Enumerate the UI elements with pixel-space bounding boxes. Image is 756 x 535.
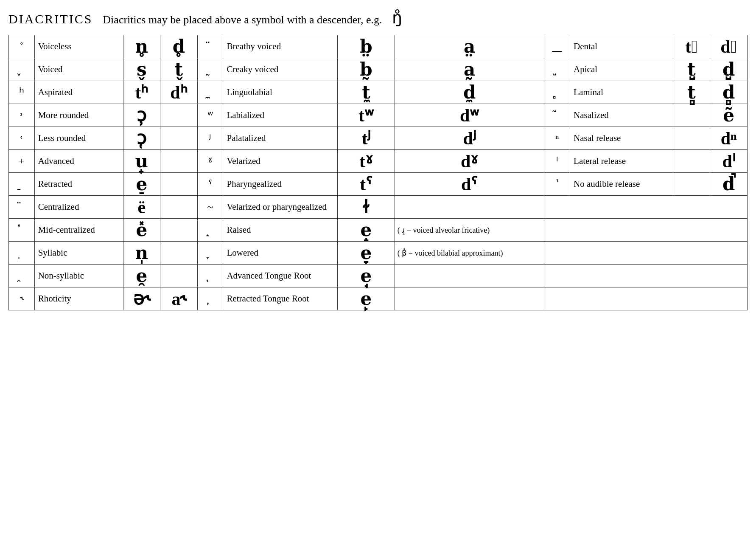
left-sym: ˚ xyxy=(9,35,35,58)
mid-term: Velarized xyxy=(223,150,338,173)
right-sym: ˺ xyxy=(544,173,570,196)
left-sym: ˓ xyxy=(9,127,35,150)
left-ipa2 xyxy=(160,242,198,265)
left-ipa2 xyxy=(160,196,198,219)
right-ipa2: d͆ xyxy=(710,35,748,58)
table-row: ˚ Voiceless n̥ d̥ ̈ Breathy voiced b̤ a̤… xyxy=(9,35,748,58)
mid-sym: ʲ xyxy=(197,127,223,150)
mid-ipa1: tʲ xyxy=(338,127,395,150)
left-ipa2 xyxy=(160,219,198,242)
table-row: ˒ More rounded ɔ̹ ʷ Labialized tʷ dʷ ̃ N… xyxy=(9,104,748,127)
left-sym: ̽ xyxy=(9,219,35,242)
left-ipa2: a˞ xyxy=(160,287,198,310)
table-row: ̽ Mid-centralized e̽ ̝ Raised e̝ ( ɹ̝ = … xyxy=(9,219,748,242)
right-ipa1: t̺ xyxy=(673,58,710,81)
left-ipa1: ë xyxy=(123,196,160,219)
left-ipa1: e̯ xyxy=(123,265,160,287)
left-ipa1: n̩ xyxy=(123,242,160,265)
left-ipa2: dʰ xyxy=(160,81,198,104)
left-sym: ˞ xyxy=(9,287,35,310)
mid-ipa1: t̼ xyxy=(338,81,395,104)
left-ipa2: d̥ xyxy=(160,35,198,58)
mid-ipa1: b̰ xyxy=(338,58,395,81)
right-ipa1: t͆ xyxy=(673,35,710,58)
mid-ipa1: e̙ xyxy=(338,287,395,310)
left-ipa2 xyxy=(160,127,198,150)
mid-ipa2: dʲ xyxy=(395,127,544,150)
mid-sym: ˤ xyxy=(197,173,223,196)
left-term: Voiceless xyxy=(34,35,123,58)
left-term: Advanced xyxy=(34,150,123,173)
mid-term: Advanced Tongue Root xyxy=(223,265,338,287)
right-sym: ̻ xyxy=(544,81,570,104)
mid-ipa2: dˠ xyxy=(395,150,544,173)
table-row: + Advanced u̟ ˠ Velarized tˠ dˠ ˡ Latera… xyxy=(9,150,748,173)
header: DIACRITICS Diacritics may be placed abov… xyxy=(8,8,748,27)
left-term: Voiced xyxy=(34,58,123,81)
mid-term: Lowered xyxy=(223,242,338,265)
left-sym: ̱ xyxy=(9,173,35,196)
table-row: ʰ Aspirated tʰ dʰ ̼ Linguolabial t̼ d̼ ̻… xyxy=(9,81,748,104)
right-ipa2: ẽ xyxy=(710,104,748,127)
table-row: ̩ Syllabic n̩ ̞ Lowered e̞ ( β̾ = voiced… xyxy=(9,242,748,265)
table-row: ̯ Non-syllabic e̯ ̘ Advanced Tongue Root… xyxy=(9,265,748,287)
right-term: No audible release xyxy=(570,173,673,196)
left-term: Non-syllabic xyxy=(34,265,123,287)
right-ipa1: t̻ xyxy=(673,81,710,104)
left-ipa1: n̥ xyxy=(123,35,160,58)
mid-ipa1: e̞ xyxy=(338,242,395,265)
mid-term: Palatalized xyxy=(223,127,338,150)
mid-term: Breathy voiced xyxy=(223,35,338,58)
left-term: Less rounded xyxy=(34,127,123,150)
right-ipa1 xyxy=(673,173,710,196)
mid-term: Creaky voiced xyxy=(223,58,338,81)
mid-sym: ̈ xyxy=(197,35,223,58)
left-term: More rounded xyxy=(34,104,123,127)
right-sym: ͟ xyxy=(544,35,570,58)
left-sym: ̩ xyxy=(9,242,35,265)
mid-ipa1: b̤ xyxy=(338,35,395,58)
mid-ipa2: d̼ xyxy=(395,81,544,104)
right-ipa2: d̻ xyxy=(710,81,748,104)
mid-term: Pharyngealized xyxy=(223,173,338,196)
left-ipa2 xyxy=(160,150,198,173)
left-sym: ʰ xyxy=(9,81,35,104)
right-sym: ̃ xyxy=(544,104,570,127)
right-sym: ˡ xyxy=(544,150,570,173)
right-ipa2: d̚ xyxy=(710,173,748,196)
left-ipa2 xyxy=(160,173,198,196)
mid-ipa1: e̝ xyxy=(338,219,395,242)
mid-sym: ̙ xyxy=(197,287,223,310)
mid-sym: ̞ xyxy=(197,242,223,265)
mid-ipa1: e̘ xyxy=(338,265,395,287)
mid-sym: ̼ xyxy=(197,81,223,104)
left-term: Syllabic xyxy=(34,242,123,265)
mid-ipa2: dʷ xyxy=(395,104,544,127)
left-ipa1: e̠ xyxy=(123,173,160,196)
left-ipa2: t̬ xyxy=(160,58,198,81)
right-ipa2: dˡ xyxy=(710,150,748,173)
right-term: Dental xyxy=(570,35,673,58)
mid-term: Linguolabial xyxy=(223,81,338,104)
left-sym: ̬ xyxy=(9,58,35,81)
left-term: Mid-centralized xyxy=(34,219,123,242)
right-sym: ̺ xyxy=(544,58,570,81)
left-ipa1: u̟ xyxy=(123,150,160,173)
left-ipa1: s̬ xyxy=(123,58,160,81)
table-row: ˞ Rhoticity ə˞ a˞ ̙ Retracted Tongue Roo… xyxy=(9,287,748,310)
right-ipa1 xyxy=(673,104,710,127)
table-row: ̬ Voiced s̬ t̬ ̰ Creaky voiced b̰ a̰ ̺ A… xyxy=(9,58,748,81)
mid-term: Labialized xyxy=(223,104,338,127)
left-ipa2 xyxy=(160,265,198,287)
right-term: Laminal xyxy=(570,81,673,104)
mid-ipa1: tʷ xyxy=(338,104,395,127)
diacritics-table: ˚ Voiceless n̥ d̥ ̈ Breathy voiced b̤ a̤… xyxy=(8,35,748,310)
left-ipa1: e̽ xyxy=(123,219,160,242)
mid-sym: ~ xyxy=(197,196,223,219)
mid-sym: ̰ xyxy=(197,58,223,81)
left-sym: ̯ xyxy=(9,265,35,287)
mid-sym: ˠ xyxy=(197,150,223,173)
left-ipa1: ɔ̜ xyxy=(123,127,160,150)
table-row: ̱ Retracted e̠ ˤ Pharyngealized tˤ dˤ ˺ … xyxy=(9,173,748,196)
right-ipa2: dⁿ xyxy=(710,127,748,150)
